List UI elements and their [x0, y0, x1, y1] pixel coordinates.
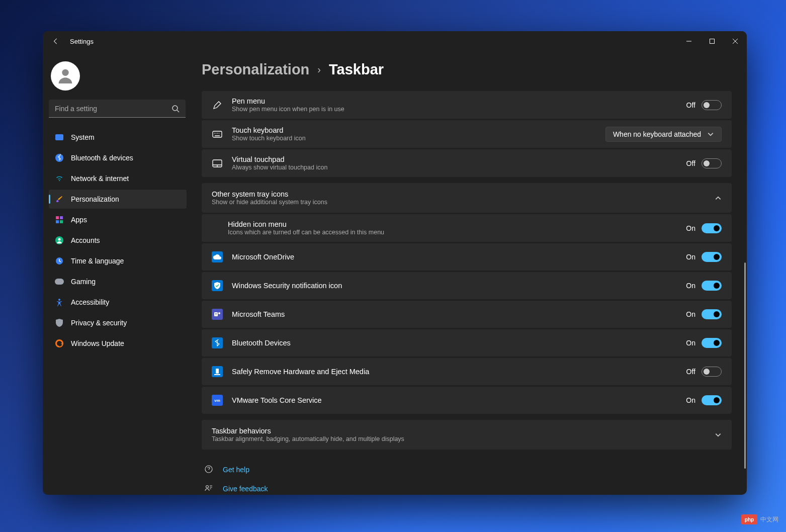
sidebar: System Bluetooth & devices Network & int… [43, 51, 193, 495]
breadcrumb-current: Taskbar [329, 61, 384, 78]
window-body: System Bluetooth & devices Network & int… [43, 51, 747, 495]
vmware-icon: vm [212, 395, 223, 406]
eject-icon [212, 366, 223, 377]
setting-title: Virtual touchpad [232, 155, 686, 163]
feedback-icon [205, 484, 214, 493]
sidebar-item-label: Bluetooth & devices [71, 154, 133, 162]
sidebar-item-bluetooth[interactable]: Bluetooth & devices [49, 148, 187, 167]
toggle-virtual-touchpad[interactable] [702, 158, 722, 168]
svg-point-10 [58, 238, 61, 241]
search-input[interactable] [55, 105, 171, 113]
tray-security: Windows Security notification icon On [202, 272, 732, 299]
setting-title: VMware Tools Core Service [232, 396, 686, 404]
maximize-button[interactable] [701, 33, 724, 49]
sidebar-item-system[interactable]: System [49, 128, 187, 147]
section-other-tray[interactable]: Other system tray icons Show or hide add… [202, 183, 732, 213]
toggle-teams[interactable] [702, 309, 722, 319]
nav-list: System Bluetooth & devices Network & int… [49, 128, 187, 353]
tray-onedrive: Microsoft OneDrive On [202, 243, 732, 271]
setting-title: Microsoft Teams [232, 310, 686, 318]
sidebar-item-label: System [71, 133, 95, 141]
svg-point-13 [58, 299, 60, 301]
toggle-bluetooth[interactable] [702, 338, 722, 348]
sidebar-item-accounts[interactable]: Accounts [49, 231, 187, 250]
svg-point-19 [218, 312, 220, 314]
tray-hidden-menu: Hidden icon menu Icons which are turned … [202, 214, 732, 242]
toggle-eject[interactable] [702, 367, 722, 377]
help-icon [205, 465, 214, 474]
breadcrumb-parent[interactable]: Personalization [202, 61, 309, 78]
sidebar-item-gaming[interactable]: Gaming [49, 272, 187, 291]
settings-window: Settings System [43, 31, 747, 495]
close-button[interactable] [724, 33, 747, 49]
chevron-right-icon: › [317, 64, 321, 75]
brush-icon [55, 195, 64, 204]
sidebar-item-label: Windows Update [71, 339, 124, 347]
search-icon [171, 105, 180, 113]
shield-icon [55, 318, 64, 327]
setting-desc: Always show virtual touchpad icon [232, 164, 686, 171]
setting-title: Windows Security notification icon [232, 282, 686, 290]
svg-text:T: T [215, 313, 217, 316]
sidebar-item-privacy[interactable]: Privacy & security [49, 313, 187, 332]
toggle-state: Off [686, 159, 695, 167]
tray-eject: Safely Remove Hardware and Eject Media O… [202, 358, 732, 385]
svg-point-22 [206, 486, 209, 488]
toggle-vmware[interactable] [702, 395, 722, 405]
person-icon [55, 66, 75, 86]
setting-title: Touch keyboard [232, 126, 605, 134]
tray-bluetooth: Bluetooth Devices On [202, 329, 732, 357]
onedrive-icon [212, 251, 223, 262]
sidebar-item-label: Accounts [71, 236, 100, 244]
svg-rect-3 [55, 134, 63, 140]
toggle-onedrive[interactable] [702, 252, 722, 262]
get-help-link[interactable]: Get help [202, 460, 732, 479]
main-content: Personalization › Taskbar Pen menu Show … [193, 51, 747, 495]
sidebar-item-personalization[interactable]: Personalization [49, 190, 187, 209]
svg-rect-12 [55, 279, 64, 285]
setting-virtual-touchpad: Virtual touchpad Always show virtual tou… [202, 149, 732, 177]
setting-title: Bluetooth Devices [232, 339, 686, 347]
feedback-label: Give feedback [223, 485, 268, 493]
dropdown-value: When no keyboard attached [613, 130, 701, 138]
setting-touch-keyboard: Touch keyboard Show touch keyboard icon … [202, 120, 732, 148]
avatar[interactable] [51, 61, 80, 91]
minimize-button[interactable] [677, 33, 701, 49]
sidebar-item-label: Privacy & security [71, 319, 127, 327]
wifi-icon [55, 174, 64, 183]
dropdown-touch-keyboard[interactable]: When no keyboard attached [605, 127, 722, 142]
toggle-state: On [686, 339, 695, 347]
tray-vmware: vm VMware Tools Core Service On [202, 387, 732, 414]
section-desc: Show or hide additional system tray icon… [212, 199, 715, 206]
toggle-security[interactable] [702, 281, 722, 291]
sidebar-item-update[interactable]: Windows Update [49, 334, 187, 353]
scrollbar[interactable] [744, 262, 746, 469]
toggle-pen-menu[interactable] [702, 100, 722, 110]
keyboard-icon [212, 129, 223, 140]
toggle-state: On [686, 310, 695, 318]
setting-desc: Show pen menu icon when pen is in use [232, 106, 686, 113]
svg-rect-7 [56, 220, 59, 223]
bluetooth-icon [55, 153, 64, 162]
svg-rect-20 [216, 369, 219, 374]
back-button[interactable] [51, 36, 61, 46]
toggle-state: On [686, 224, 695, 232]
bluetooth-app-icon [212, 337, 223, 348]
toggle-hidden-menu[interactable] [702, 223, 722, 233]
section-taskbar-behaviors[interactable]: Taskbar behaviors Taskbar alignment, bad… [202, 420, 732, 450]
toggle-state: On [686, 396, 695, 404]
toggle-state: On [686, 253, 695, 261]
sidebar-item-time[interactable]: Time & language [49, 251, 187, 271]
sidebar-item-apps[interactable]: Apps [49, 210, 187, 229]
feedback-link[interactable]: Give feedback [202, 479, 732, 495]
setting-desc: Show touch keyboard icon [232, 135, 605, 142]
section-title: Other system tray icons [212, 190, 715, 198]
sidebar-item-network[interactable]: Network & internet [49, 169, 187, 188]
sidebar-item-accessibility[interactable]: Accessibility [49, 293, 187, 312]
chevron-down-icon [715, 431, 722, 438]
setting-title: Pen menu [232, 97, 686, 105]
setting-desc: Icons which are turned off can be access… [228, 229, 686, 236]
breadcrumb: Personalization › Taskbar [202, 61, 732, 78]
search-box[interactable] [49, 100, 186, 118]
pen-icon [212, 100, 223, 111]
